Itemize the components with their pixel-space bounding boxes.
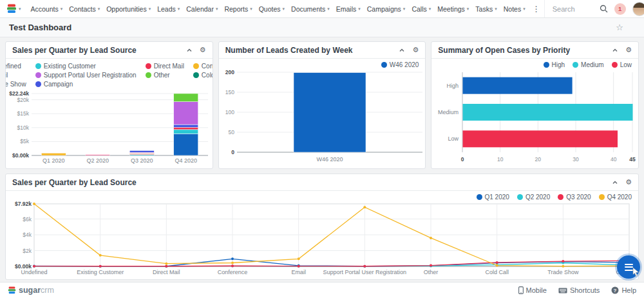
collapse-chevron-icon[interactable] bbox=[186, 47, 193, 54]
nav-item-tasks[interactable]: Tasks▾ bbox=[472, 0, 500, 17]
legend-dot-icon bbox=[146, 63, 151, 69]
nav-item-leads[interactable]: Leads▾ bbox=[154, 0, 183, 17]
legend-item[interactable]: Conference bbox=[193, 63, 213, 70]
footer-mobile-label: Mobile bbox=[526, 286, 547, 294]
nav-item-label: Notes bbox=[504, 5, 521, 13]
gear-icon[interactable]: ⚙ bbox=[200, 46, 206, 54]
legend-item[interactable]: Q1 2020 bbox=[477, 194, 509, 201]
legend-item[interactable]: Direct Mail bbox=[146, 63, 184, 70]
dashlet-sales-per-quarter: Sales per Quarter by Lead Source ⚙ Undef… bbox=[5, 41, 213, 169]
legend-dot-icon bbox=[381, 62, 387, 68]
legend-label: Cold Call bbox=[202, 72, 213, 79]
legend-item[interactable]: W46 2020 bbox=[381, 61, 419, 68]
svg-text:Conference: Conference bbox=[218, 269, 248, 275]
collapse-chevron-icon[interactable] bbox=[612, 179, 618, 186]
nav-item-opportunities[interactable]: Opportunities▾ bbox=[103, 0, 154, 17]
nav-item-calendar[interactable]: Calendar▾ bbox=[183, 0, 221, 17]
svg-text:$2k: $2k bbox=[23, 248, 32, 254]
caret-down-icon: ▾ bbox=[358, 6, 361, 12]
bar-chart: 200150100500W46 2020 bbox=[219, 68, 426, 165]
legend-item[interactable]: Undefined bbox=[5, 63, 26, 70]
footer-shortcuts-link[interactable]: Shortcuts bbox=[558, 286, 600, 294]
collapse-chevron-icon[interactable] bbox=[612, 47, 618, 54]
legend-item[interactable]: Campaign bbox=[35, 81, 137, 88]
svg-text:40: 40 bbox=[611, 156, 617, 163]
caret-down-icon: ▾ bbox=[61, 6, 63, 12]
gear-icon[interactable]: ⚙ bbox=[625, 46, 632, 54]
svg-text:30: 30 bbox=[573, 156, 580, 163]
legend-item[interactable]: Other bbox=[146, 72, 184, 79]
dashlet-header: Sales per Quarter by Lead Source ⚙ bbox=[6, 42, 213, 59]
nav-item-label: Campaigns bbox=[367, 5, 401, 13]
legend-item[interactable]: Medium bbox=[573, 61, 604, 68]
legend-label: Support Portal User Registration bbox=[44, 72, 137, 79]
keyboard-icon bbox=[558, 288, 567, 293]
nav-item-quotes[interactable]: Quotes▾ bbox=[256, 0, 288, 17]
gear-icon[interactable]: ⚙ bbox=[412, 46, 419, 54]
legend-dot-icon bbox=[599, 194, 605, 200]
legend-item[interactable]: Q4 2020 bbox=[599, 194, 632, 201]
legend-label: Low bbox=[620, 61, 632, 68]
nav-item-emails[interactable]: Emails▾ bbox=[333, 0, 364, 17]
help-icon: ? bbox=[611, 286, 619, 294]
legend-dot-icon bbox=[612, 62, 618, 68]
svg-text:Low: Low bbox=[448, 135, 459, 142]
brand-bold: sugar bbox=[19, 286, 41, 295]
legend-label: Conference bbox=[202, 63, 213, 70]
caret-down-icon: ▾ bbox=[98, 6, 100, 12]
sidebar-drawer-fab[interactable] bbox=[617, 255, 640, 279]
svg-text:$22.24k: $22.24k bbox=[9, 90, 29, 97]
notifications-button[interactable]: 1 bbox=[611, 0, 629, 17]
search-input[interactable] bbox=[551, 5, 596, 14]
legend-item[interactable]: High bbox=[544, 61, 565, 68]
legend-item[interactable]: Q2 2020 bbox=[517, 194, 550, 201]
nav-item-documents[interactable]: Documents▾ bbox=[288, 0, 333, 17]
nav-item-notes[interactable]: Notes▾ bbox=[500, 0, 529, 17]
more-modules-icon[interactable]: ⋮ bbox=[529, 5, 544, 14]
footer: sugarcrm Mobile Shortcuts ? Help bbox=[0, 282, 644, 298]
nav-item-accounts[interactable]: Accounts▾ bbox=[28, 0, 66, 17]
search-icon[interactable] bbox=[596, 0, 611, 17]
svg-text:$5k: $5k bbox=[20, 138, 29, 144]
favorite-star-icon[interactable]: ☆ bbox=[616, 23, 635, 32]
dashlet-leads-by-week: Number of Leads Created by Week ⚙ W46 20… bbox=[218, 41, 426, 169]
legend-item[interactable]: Q3 2020 bbox=[558, 194, 591, 201]
gear-icon[interactable]: ⚙ bbox=[625, 179, 632, 186]
caret-down-icon: ▾ bbox=[283, 6, 285, 12]
footer-help-link[interactable]: ? Help bbox=[611, 286, 636, 294]
svg-text:Trade Show: Trade Show bbox=[547, 269, 579, 275]
svg-text:W46 2020: W46 2020 bbox=[316, 156, 343, 163]
legend-label: Medium bbox=[581, 61, 604, 68]
caret-down-icon: ▾ bbox=[523, 6, 526, 12]
legend-item[interactable]: Low bbox=[612, 61, 632, 68]
collapse-chevron-icon[interactable] bbox=[399, 47, 405, 54]
nav-item-contacts[interactable]: Contacts▾ bbox=[66, 0, 103, 17]
chart-legend: Q1 2020Q2 2020Q3 2020Q4 2020 bbox=[6, 191, 638, 201]
nav-item-campaigns[interactable]: Campaigns▾ bbox=[364, 0, 409, 17]
legend-label: Undefined bbox=[5, 63, 21, 70]
footer-mobile-link[interactable]: Mobile bbox=[518, 286, 547, 294]
legend-item[interactable]: Trade Show bbox=[5, 81, 26, 88]
nav-item-calls[interactable]: Calls▾ bbox=[408, 0, 434, 17]
nav-right-cluster: 1 ▾ + bbox=[544, 0, 644, 17]
nav-item-meetings[interactable]: Meetings▾ bbox=[434, 0, 472, 17]
top-navbar: ▾ Accounts▾Contacts▾Opportunities▾Leads▾… bbox=[0, 0, 644, 18]
svg-text:100: 100 bbox=[225, 109, 234, 115]
dashboard-body: Sales per Quarter by Lead Source ⚙ Undef… bbox=[0, 37, 644, 284]
legend-item[interactable]: Existing Customer bbox=[35, 63, 137, 70]
legend-dot-icon bbox=[517, 194, 523, 200]
dashlet-open-cases-by-priority: Summary of Open Cases by Priority ⚙ High… bbox=[431, 41, 639, 169]
profile-menu[interactable]: ▾ bbox=[629, 0, 644, 17]
svg-text:Direct Mail: Direct Mail bbox=[153, 269, 180, 275]
caret-down-icon: ▾ bbox=[250, 6, 252, 12]
legend-dot-icon bbox=[558, 194, 564, 200]
app-logo-menu[interactable]: ▾ bbox=[5, 4, 28, 14]
svg-text:?: ? bbox=[614, 288, 617, 293]
legend-item[interactable]: Cold Call bbox=[193, 72, 213, 79]
svg-text:$20k: $20k bbox=[17, 97, 30, 103]
legend-item[interactable]: Support Portal User Registration bbox=[35, 72, 137, 79]
legend-item[interactable]: Email bbox=[5, 72, 26, 79]
main-menu: Accounts▾Contacts▾Opportunities▾Leads▾Ca… bbox=[28, 0, 529, 17]
nav-item-reports[interactable]: Reports▾ bbox=[221, 0, 255, 17]
nav-item-label: Accounts bbox=[31, 5, 59, 13]
